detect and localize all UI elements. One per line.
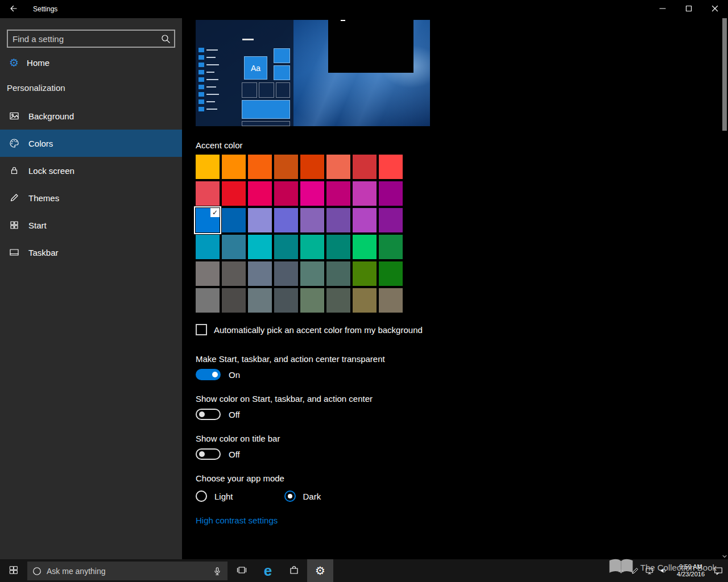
edge-button[interactable]: e — [255, 559, 281, 582]
accent-color-swatch[interactable] — [196, 155, 220, 179]
accent-color-swatch[interactable] — [248, 261, 272, 286]
back-arrow-icon — [8, 3, 18, 15]
accent-color-swatch[interactable] — [274, 235, 298, 259]
sidebar-item-background[interactable]: Background — [0, 102, 182, 130]
theme-preview: Aa — [196, 20, 430, 126]
store-button[interactable] — [281, 559, 307, 582]
app-mode-radio[interactable] — [196, 490, 207, 502]
pen-icon[interactable] — [631, 566, 640, 575]
search-icon[interactable] — [157, 34, 174, 44]
sidebar-item-lock-screen[interactable]: Lock screen — [0, 157, 182, 184]
accent-color-swatch[interactable] — [222, 155, 246, 179]
accent-color-swatch[interactable] — [274, 155, 298, 179]
accent-color-swatch[interactable] — [248, 208, 272, 232]
sidebar-item-themes[interactable]: Themes — [0, 184, 182, 211]
accent-color-swatch[interactable] — [300, 235, 324, 259]
accent-color-swatch[interactable] — [274, 261, 298, 286]
accent-color-swatch[interactable] — [379, 261, 403, 286]
accent-color-swatch[interactable] — [379, 208, 403, 232]
network-icon[interactable] — [645, 566, 654, 575]
accent-color-swatch[interactable] — [196, 261, 220, 286]
accent-color-swatch[interactable] — [222, 235, 246, 259]
tray-chevron-up-icon[interactable] — [617, 566, 626, 575]
accent-color-swatch[interactable] — [300, 261, 324, 286]
accent-color-swatch[interactable] — [326, 288, 350, 313]
cortana-search-input[interactable] — [47, 567, 207, 576]
accent-color-swatch[interactable] — [274, 288, 298, 313]
back-button[interactable] — [0, 0, 26, 18]
accent-color-swatch[interactable] — [248, 235, 272, 259]
settings-app-button[interactable]: ⚙ — [307, 559, 333, 582]
accent-color-swatch[interactable] — [196, 288, 220, 313]
accent-color-swatch[interactable] — [196, 181, 220, 206]
accent-color-swatch[interactable] — [379, 181, 403, 206]
accent-color-swatch[interactable] — [326, 155, 350, 179]
sidebar-item-colors[interactable]: Colors — [0, 130, 182, 157]
accent-color-swatch[interactable] — [326, 261, 350, 286]
accent-color-swatch[interactable] — [379, 235, 403, 259]
accent-color-swatch[interactable] — [353, 288, 377, 313]
accent-color-swatch[interactable]: ✓ — [196, 208, 220, 232]
color-on-titlebar-toggle[interactable] — [196, 448, 221, 460]
accent-color-swatch[interactable] — [353, 155, 377, 179]
auto-accent-checkbox[interactable] — [196, 324, 207, 335]
accent-color-swatch[interactable] — [353, 181, 377, 206]
accent-color-swatch[interactable] — [248, 288, 272, 313]
home-label: Home — [27, 58, 49, 68]
transparency-setting: Make Start, taskbar, and action center t… — [196, 354, 385, 380]
accent-color-swatch[interactable] — [222, 208, 246, 232]
system-tray: 9:59 AM 4/23/2016 — [617, 559, 723, 582]
accent-color-grid: ✓ — [196, 155, 403, 313]
start-button[interactable] — [0, 559, 27, 582]
transparency-toggle[interactable] — [196, 369, 221, 380]
close-button[interactable] — [702, 0, 728, 18]
accent-color-swatch[interactable] — [274, 208, 298, 232]
accent-color-swatch[interactable] — [326, 235, 350, 259]
accent-color-swatch[interactable] — [300, 288, 324, 313]
sidebar-item-start[interactable]: Start — [0, 211, 182, 239]
accent-color-swatch[interactable] — [300, 155, 324, 179]
accent-color-swatch[interactable] — [222, 261, 246, 286]
sidebar-item-home[interactable]: ⚙ Home — [0, 53, 182, 72]
sidebar-item-taskbar[interactable]: Taskbar — [0, 239, 182, 266]
accent-color-swatch[interactable] — [379, 155, 403, 179]
scroll-down-button[interactable] — [721, 551, 728, 558]
accent-color-swatch[interactable] — [196, 235, 220, 259]
app-mode-option-light[interactable]: Light — [196, 490, 233, 502]
maximize-button[interactable] — [676, 0, 702, 18]
accent-color-swatch[interactable] — [353, 208, 377, 232]
accent-color-swatch[interactable] — [222, 181, 246, 206]
app-mode-radio[interactable] — [284, 490, 296, 502]
volume-icon[interactable] — [659, 566, 668, 575]
picture-icon — [9, 111, 19, 121]
settings-search-input[interactable] — [8, 34, 157, 44]
nav-label: Start — [28, 221, 47, 230]
color-on-start-toggle[interactable] — [196, 409, 221, 420]
accent-color-swatch[interactable] — [300, 181, 324, 206]
accent-color-swatch[interactable] — [326, 208, 350, 232]
app-mode-option-dark[interactable]: Dark — [284, 490, 321, 502]
scrollbar-thumb[interactable] — [722, 18, 727, 131]
accent-color-swatch[interactable] — [353, 235, 377, 259]
cortana-search-box[interactable] — [27, 562, 228, 580]
accent-color-swatch[interactable] — [248, 155, 272, 179]
accent-color-swatch[interactable] — [222, 288, 246, 313]
microphone-icon[interactable] — [207, 566, 228, 576]
preview-tile — [242, 100, 290, 119]
task-view-button[interactable] — [229, 559, 255, 582]
accent-color-swatch[interactable] — [326, 181, 350, 206]
high-contrast-settings-link[interactable]: High contrast settings — [196, 516, 278, 525]
accent-color-swatch[interactable] — [274, 181, 298, 206]
preview-app-list — [198, 47, 219, 114]
action-center-icon[interactable] — [713, 566, 723, 576]
transparency-label: Make Start, taskbar, and action center t… — [196, 354, 385, 364]
maximize-icon — [685, 5, 692, 14]
accent-color-swatch[interactable] — [353, 261, 377, 286]
minimize-button[interactable] — [650, 0, 676, 18]
accent-color-swatch[interactable] — [248, 181, 272, 206]
taskbar-clock[interactable]: 9:59 AM 4/23/2016 — [677, 563, 705, 578]
accent-color-swatch[interactable] — [379, 288, 403, 313]
sidebar: ⚙ Home Personalization Background Colors — [0, 18, 182, 559]
accent-color-swatch[interactable] — [300, 208, 324, 232]
color-on-titlebar-label: Show color on title bar — [196, 434, 280, 443]
